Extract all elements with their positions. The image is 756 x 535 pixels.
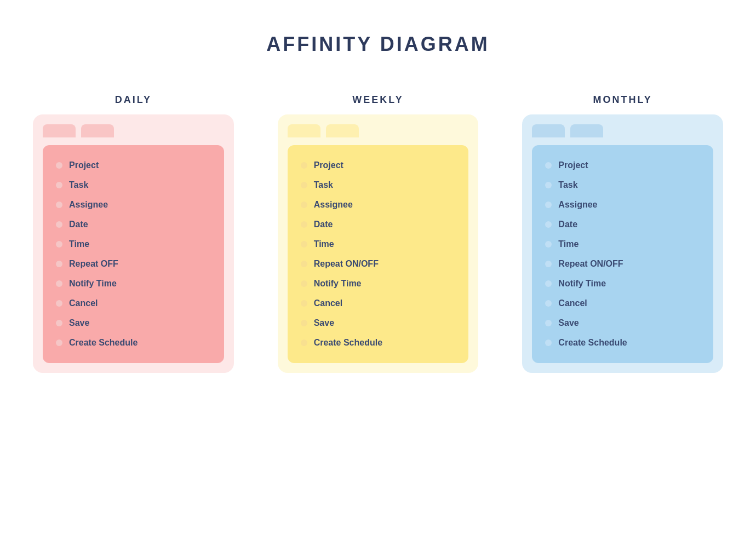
card-outer-monthly: ProjectTaskAssigneeDateTimeRepeat ON/OFF… [522,114,723,373]
item-text-weekly-6: Notify Time [314,279,362,289]
list-item: Notify Time [56,279,211,289]
item-text-monthly-2: Assignee [558,200,597,210]
list-item: Project [545,160,700,170]
list-item: Repeat ON/OFF [301,259,456,269]
list-item: Date [545,220,700,229]
item-text-weekly-7: Cancel [314,298,342,308]
list-item: Save [545,318,700,328]
bullet-icon [56,320,62,326]
item-text-monthly-8: Save [558,318,579,328]
tab-nub-weekly-1 [326,124,359,137]
bullet-icon [301,241,307,248]
bullet-icon [56,280,62,287]
list-item: Assignee [301,200,456,210]
item-text-weekly-8: Save [314,318,334,328]
bullet-icon [301,221,307,228]
bullet-icon [301,320,307,326]
bullet-icon [545,300,552,307]
item-text-weekly-2: Assignee [314,200,353,210]
bullet-icon [56,340,62,346]
card-inner-monthly: ProjectTaskAssigneeDateTimeRepeat ON/OFF… [532,145,713,363]
list-item: Notify Time [301,279,456,289]
list-item: Cancel [56,298,211,308]
column-monthly: MONTHLYProjectTaskAssigneeDateTimeRepeat… [522,94,723,373]
card-inner-daily: ProjectTaskAssigneeDateTimeRepeat OFFNot… [43,145,224,363]
bullet-icon [56,221,62,228]
tab-nubs-monthly [532,124,713,137]
column-label-daily: DAILY [115,94,152,106]
item-text-daily-2: Assignee [69,200,108,210]
tab-nub-daily-0 [43,124,76,137]
item-text-monthly-9: Create Schedule [558,338,627,348]
bullet-icon [301,202,307,208]
bullet-icon [301,162,307,169]
tab-nubs-weekly [288,124,469,137]
list-item: Time [301,239,456,249]
page-title: AFFINITY DIAGRAM [266,33,489,56]
bullet-icon [301,340,307,346]
item-text-monthly-3: Date [558,220,577,229]
tab-nub-monthly-1 [570,124,603,137]
list-item: Date [301,220,456,229]
list-item: Task [545,180,700,190]
bullet-icon [56,261,62,267]
list-item: Time [545,239,700,249]
bullet-icon [545,340,552,346]
bullet-icon [545,202,552,208]
list-item: Create Schedule [301,338,456,348]
list-item: Save [56,318,211,328]
bullet-icon [56,241,62,248]
diagram-container: DAILYProjectTaskAssigneeDateTimeRepeat O… [33,94,723,373]
bullet-icon [545,241,552,248]
item-text-daily-6: Notify Time [69,279,117,289]
list-item: Date [56,220,211,229]
list-item: Repeat ON/OFF [545,259,700,269]
bullet-icon [301,280,307,287]
card-outer-weekly: ProjectTaskAssigneeDateTimeRepeat ON/OFF… [278,114,479,373]
bullet-icon [545,162,552,169]
item-text-monthly-1: Task [558,180,577,190]
bullet-icon [545,182,552,188]
item-text-daily-5: Repeat OFF [69,259,118,269]
bullet-icon [545,280,552,287]
card-inner-weekly: ProjectTaskAssigneeDateTimeRepeat ON/OFF… [288,145,469,363]
item-text-daily-4: Time [69,239,89,249]
bullet-icon [56,300,62,307]
list-item: Create Schedule [56,338,211,348]
column-weekly: WEEKLYProjectTaskAssigneeDateTimeRepeat … [278,94,479,373]
list-item: Create Schedule [545,338,700,348]
bullet-icon [56,202,62,208]
tab-nub-daily-1 [81,124,114,137]
list-item: Time [56,239,211,249]
item-text-weekly-9: Create Schedule [314,338,382,348]
item-text-daily-8: Save [69,318,89,328]
list-item: Assignee [545,200,700,210]
list-item: Task [301,180,456,190]
tab-nub-weekly-0 [288,124,320,137]
item-text-weekly-4: Time [314,239,334,249]
item-text-weekly-0: Project [314,160,343,170]
item-text-monthly-0: Project [558,160,588,170]
column-label-monthly: MONTHLY [593,94,652,106]
list-item: Assignee [56,200,211,210]
item-text-daily-1: Task [69,180,88,190]
list-item: Cancel [545,298,700,308]
list-item: Cancel [301,298,456,308]
item-text-monthly-4: Time [558,239,579,249]
bullet-icon [545,320,552,326]
tab-nubs-daily [43,124,224,137]
item-text-daily-7: Cancel [69,298,98,308]
item-text-daily-9: Create Schedule [69,338,138,348]
bullet-icon [545,261,552,267]
item-text-daily-3: Date [69,220,88,229]
list-item: Notify Time [545,279,700,289]
item-text-weekly-3: Date [314,220,333,229]
bullet-icon [301,182,307,188]
item-text-monthly-5: Repeat ON/OFF [558,259,623,269]
column-label-weekly: WEEKLY [352,94,403,106]
bullet-icon [545,221,552,228]
item-text-weekly-1: Task [314,180,333,190]
bullet-icon [56,162,62,169]
tab-nub-monthly-0 [532,124,565,137]
item-text-monthly-7: Cancel [558,298,587,308]
